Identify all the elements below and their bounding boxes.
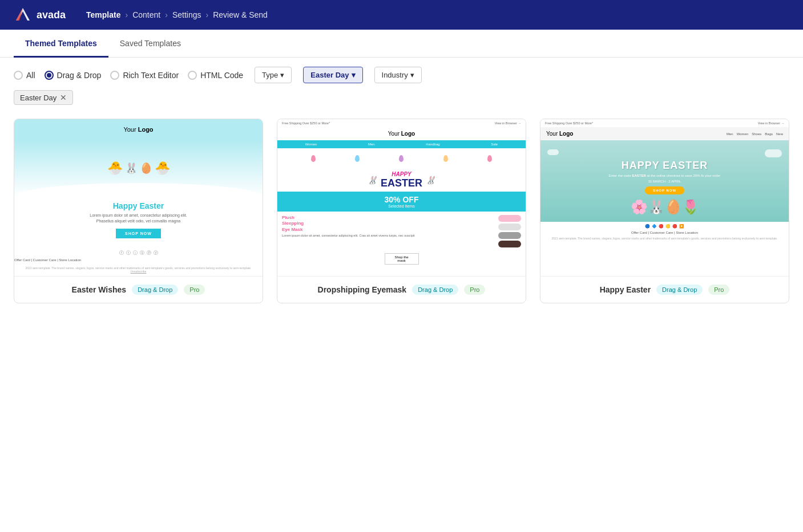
radio-html-code[interactable]: HTML Code	[188, 71, 243, 80]
t1-title: Happy Easter	[23, 201, 253, 210]
t3-youtube-icon: ▶️	[679, 224, 684, 229]
template-preview-easter-wishes[interactable]: Your Logo 🐣 🐰 🥚 🐣	[14, 119, 263, 276]
t2-nav-handbag: Handbag	[426, 143, 439, 146]
twitter-icon: ⓣ	[126, 250, 131, 256]
nav-settings[interactable]: Settings	[172, 10, 201, 19]
badge-drag-drop-1: Drag & Drop	[132, 285, 178, 295]
t2-topbar-right: View in Browser →	[495, 121, 521, 125]
mask-pink	[498, 215, 521, 222]
t3-logo: Your Logo	[546, 131, 573, 137]
egg-blue	[355, 155, 360, 162]
filter-bar: All Drag & Drop Rich Text Editor HTML Co…	[0, 58, 803, 90]
t2-offer: 30% OFF Selected Items	[277, 192, 526, 212]
app-logo[interactable]: avada	[14, 6, 66, 24]
t2-easter-text: EASTER	[381, 177, 422, 189]
t1-footer-text: 2021 aem-template. The brand names, slog…	[14, 264, 263, 276]
nav-content[interactable]: Content	[132, 10, 160, 19]
t2-happy-easter: 🐰 HAPPY EASTER 🐰	[277, 169, 526, 192]
t3-hero: HAPPY EASTER Enter the code EASTER at th…	[540, 140, 789, 222]
sep2: ›	[165, 10, 168, 19]
filter-tags: Easter Day ✕	[0, 90, 803, 114]
t2-offer-pct: 30% OFF	[281, 195, 522, 204]
t2-product-desc: Lorem ipsum dolor sit amet, consectetur …	[282, 234, 494, 238]
t3-nav-women: Women	[737, 132, 749, 136]
easter-day-chevron-icon: ▾	[352, 71, 356, 79]
t3-twitter-icon: 🔷	[652, 224, 657, 229]
snapchat-icon: ⓢ	[140, 250, 144, 256]
t2-happy-text: HAPPY	[381, 171, 422, 177]
template-preview-dropshipping[interactable]: Free Shipping Over $250 or More* View in…	[277, 119, 526, 276]
active-filter-tag: Easter Day ✕	[14, 90, 73, 105]
app-logo-text: avada	[37, 9, 66, 21]
t3-social-icons: 🔵 🔷 🔴 🟡 🔴 ▶️	[540, 224, 789, 229]
template-footer-dropshipping: Dropshipping Eyemask Drag & Drop Pro	[277, 276, 526, 303]
type-dropdown[interactable]: Type ▾	[255, 67, 292, 83]
t3-nav-new: New	[776, 132, 783, 136]
sep1: ›	[125, 10, 128, 19]
remove-filter-icon[interactable]: ✕	[60, 93, 67, 102]
t3-hero-date: 31 MARCH - 2 APRIL	[547, 180, 782, 183]
cloud-right	[765, 149, 782, 157]
template-name-happy-easter: Happy Easter	[600, 285, 651, 294]
radio-rich-text[interactable]: Rich Text Editor	[110, 71, 179, 80]
template-name-dropshipping: Dropshipping Eyemask	[318, 285, 407, 294]
egg-pink2	[487, 155, 492, 162]
breadcrumb: Template › Content › Settings › Review &…	[86, 10, 268, 19]
pinterest-icon: ⓟ	[147, 250, 151, 256]
industry-dropdown[interactable]: Industry ▾	[374, 67, 422, 83]
t2-art	[277, 148, 526, 169]
avada-logo-icon	[14, 6, 32, 24]
t3-instagram-icon: 🔴	[659, 224, 664, 229]
t2-offer-sub: Selected Items	[281, 204, 522, 208]
nav-template[interactable]: Template	[86, 10, 120, 19]
t3-topbar: Free Shipping Over $250 or More* View in…	[540, 119, 789, 127]
template-card-dropshipping: Free Shipping Over $250 or More* View in…	[277, 119, 526, 303]
radio-drag-drop[interactable]: Drag & Drop	[45, 71, 102, 80]
t1-footer-links: Offer Card | Customer Care | Store Locat…	[14, 258, 263, 262]
t2-nav-sale: Sale	[491, 143, 498, 146]
template-footer-happy-easter: Happy Easter Drag & Drop Pro	[540, 276, 789, 303]
t3-nav-shoes: Shoes	[752, 132, 761, 136]
template-preview-happy-easter[interactable]: Free Shipping Over $250 or More* View in…	[540, 119, 789, 276]
type-chevron-icon: ▾	[280, 71, 284, 79]
industry-chevron-icon: ▾	[410, 71, 414, 79]
t2-nav-men: Men	[368, 143, 375, 146]
t2-shop-mask-btn[interactable]: Shop the mask	[385, 253, 419, 265]
tabs-bar: Themed Templates Saved Templates	[0, 30, 803, 58]
t1-shop-btn[interactable]: SHOP NOW	[116, 229, 161, 238]
template-card-happy-easter: Free Shipping Over $250 or More* View in…	[540, 119, 789, 303]
t3-topbar-right: View in Browser →	[758, 121, 784, 125]
t1-unsubscribe[interactable]: Unsubscribe	[131, 270, 147, 273]
t2-nav-women: Women	[305, 143, 317, 146]
t2-nav: Women Men Handbag Sale	[277, 140, 526, 148]
cloud-left	[547, 149, 559, 155]
radio-all[interactable]: All	[14, 71, 35, 80]
main-content: Themed Templates Saved Templates All Dra…	[0, 30, 803, 532]
templates-grid: Your Logo 🐣 🐰 🥚 🐣	[0, 114, 803, 322]
radio-html-code-circle	[188, 71, 197, 80]
t3-topbar-left: Free Shipping Over $250 or More*	[545, 121, 593, 125]
template-name-easter-wishes: Easter Wishes	[72, 285, 127, 294]
facebook-icon: ⓕ	[119, 250, 124, 256]
t3-pinterest-icon: 🔴	[672, 224, 677, 229]
easter-day-dropdown[interactable]: Easter Day ▾	[303, 67, 362, 83]
t3-logo-nav: Your Logo Men Women Shoes Bags New	[540, 127, 789, 140]
template-card-easter-wishes: Your Logo 🐣 🐰 🥚 🐣	[14, 119, 263, 303]
badge-pro-2: Pro	[464, 285, 485, 295]
instagram-icon: ⓘ	[133, 250, 138, 256]
egg-orange	[443, 155, 448, 162]
t3-hero-title: HAPPY EASTER	[547, 160, 782, 172]
t3-shop-btn[interactable]: SHOP NOW	[645, 186, 684, 194]
radio-all-circle	[14, 71, 23, 80]
badge-pro-1: Pro	[184, 285, 205, 295]
tab-saved-templates[interactable]: Saved Templates	[108, 30, 192, 58]
nav-review-send[interactable]: Review & Send	[213, 10, 268, 19]
tab-themed-templates[interactable]: Themed Templates	[14, 30, 108, 58]
t3-facebook-icon: 🔵	[645, 224, 650, 229]
youtube-icon: ⓨ	[154, 250, 158, 256]
radio-rich-text-circle	[110, 71, 119, 80]
t3-footer-links: Offer Card | Customer Care | Store Locat…	[540, 231, 789, 234]
t2-logo: Your Logo	[281, 131, 522, 137]
egg-purple	[399, 155, 403, 162]
sep3: ›	[205, 10, 208, 19]
